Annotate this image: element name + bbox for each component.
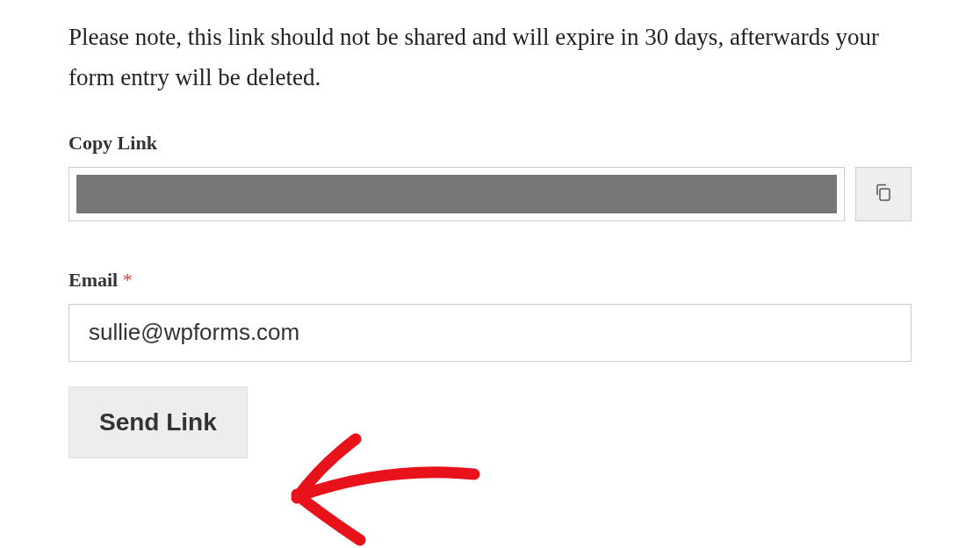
email-label-text: Email <box>68 269 118 291</box>
copy-icon <box>873 182 894 206</box>
expiry-notice: Please note, this link should not be sha… <box>68 18 912 98</box>
link-value-redacted <box>76 175 837 213</box>
copy-link-label: Copy Link <box>68 132 912 155</box>
required-indicator: * <box>123 269 133 291</box>
svg-rect-0 <box>880 189 890 200</box>
email-field[interactable] <box>68 304 912 362</box>
copy-button[interactable] <box>855 167 912 221</box>
send-link-button[interactable]: Send Link <box>68 386 248 458</box>
email-label: Email * <box>68 269 912 292</box>
copy-link-field[interactable] <box>68 167 845 221</box>
